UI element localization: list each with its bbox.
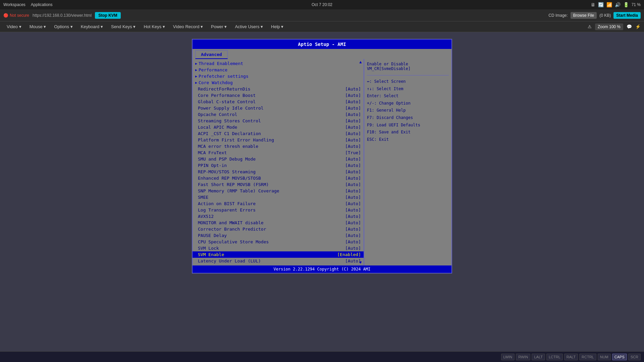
bios-item-platform-first[interactable]: Platform First Error Handling [Auto] [193, 137, 364, 143]
kbd-scr: SCR [628, 354, 641, 360]
kbd-rctrl: RCTRL [579, 354, 596, 360]
address-bar-right: CD Image: Browse File (0 KB) Start Media [548, 12, 641, 19]
bios-item-streaming-stores[interactable]: Streaming Stores Control [Auto] [193, 118, 364, 124]
menu-send-keys[interactable]: Send Keys ▾ [108, 23, 139, 31]
bios-left-panel: ▶ Thread Enablement ▶ Performance ▶ Pref… [193, 59, 364, 265]
bios-item-power-supply[interactable]: Power Supply Idle Control [Auto] [193, 105, 364, 111]
bios-section-thread[interactable]: ▶ Thread Enablement [193, 60, 364, 67]
browse-file-button[interactable]: Browse File [571, 12, 597, 19]
expand-arrow: ▶ [195, 62, 197, 65]
bios-item-svm-enable[interactable]: SVM Enable [Enabled] [193, 251, 364, 258]
kbd-ralt: RALT [564, 354, 578, 360]
scroll-indicator: ▲ ▼ [358, 59, 363, 265]
refresh-icon: 🔄 [598, 2, 604, 7]
power-icon[interactable]: ⚡ [635, 24, 641, 29]
section-thread-label: Thread Enablement [199, 61, 243, 66]
start-media-button[interactable]: Start Media [613, 12, 641, 19]
bios-section-watchdog[interactable]: ▶ Core Watchdog [193, 79, 364, 86]
kbd-num: NUM [598, 354, 611, 360]
menu-video[interactable]: Video ▾ [3, 23, 25, 31]
bios-item-acpi-cst[interactable]: ACPI _CST C1 Declaration [Auto] [193, 130, 364, 137]
menu-power[interactable]: Power ▾ [208, 23, 230, 31]
key-help-select-screen: ↔: Select Screen [367, 78, 449, 85]
warning-icon: ⚠ [588, 24, 592, 29]
menu-options[interactable]: Options ▾ [51, 23, 76, 31]
file-size: (0 KB) [599, 13, 611, 18]
key-help-f1: F1: General Help [367, 107, 449, 114]
kbd-lctrl: LCTRL [546, 354, 563, 360]
url-display[interactable]: https://192.168.0.130/viewer.html [33, 13, 92, 18]
zoom-button[interactable]: Zoom 100 % [595, 23, 623, 30]
bios-tab-advanced[interactable]: Advanced [195, 50, 228, 59]
bios-item-ppin[interactable]: PPIN Opt-in [Auto] [193, 162, 364, 169]
section-watchdog-label: Core Watchdog [199, 80, 233, 85]
bios-item-log-transparent[interactable]: Log Transparent Errors [Auto] [193, 207, 364, 213]
bios-section-prefetcher[interactable]: ▶ Prefetcher settings [193, 73, 364, 79]
bios-item-mca-thresh[interactable]: MCA error thresh enable [Auto] [193, 143, 364, 149]
bios-title: Aptio Setup - AMI [193, 40, 451, 49]
key-help-enter: Enter: Select [367, 93, 449, 100]
key-help-f7: F7: Discard Changes [367, 114, 449, 122]
key-help-select-item: ↑↓: Select Item [367, 85, 449, 93]
expand-arrow: ▶ [195, 81, 197, 84]
bios-item-redirect[interactable]: RedirectForReturnDis [Auto] [193, 86, 364, 92]
bios-item-global-cstate[interactable]: Global C-state Control [Auto] [193, 99, 364, 105]
system-bar-center: Oct 7 20:02 [312, 2, 332, 7]
bios-item-fast-short[interactable]: Fast Short REP MOVSB (FSRM) [Auto] [193, 181, 364, 188]
bios-body: ▶ Thread Enablement ▶ Performance ▶ Pref… [193, 59, 451, 265]
key-help-f10: F10: Save and Exit [367, 129, 449, 136]
bios-item-rep-mov[interactable]: REP-MOV/STOS Streaming [Auto] [193, 169, 364, 175]
monitor-icon: 🖥 [591, 2, 595, 7]
bios-section-performance[interactable]: ▶ Performance [193, 67, 364, 73]
datetime: Oct 7 20:02 [312, 2, 332, 7]
section-performance-label: Performance [199, 67, 227, 72]
key-help-esc: ESC: Exit [367, 136, 449, 143]
bios-item-cpb[interactable]: Core Performance Boost [Auto] [193, 92, 364, 99]
bios-footer: Version 2.22.1294 Copyright (C) 2024 AMI [193, 265, 451, 273]
kbd-caps: CAPS [612, 354, 627, 360]
kbd-lalt: LALT [532, 354, 545, 360]
cd-image-label: CD Image: [548, 13, 568, 18]
menu-help[interactable]: Help ▾ [268, 23, 287, 31]
section-prefetcher-label: Prefetcher settings [199, 74, 249, 79]
bios-item-latency-under-load[interactable]: Latency Under Load (LUL) [Auto] [193, 258, 364, 264]
address-bar: 🔴 Not secure https://192.168.0.130/viewe… [0, 9, 644, 21]
bios-item-smee[interactable]: SMEE [Auto] [193, 194, 364, 200]
expand-arrow: ▶ [195, 74, 197, 78]
applications-label[interactable]: Applications [31, 2, 53, 7]
scroll-up-arrow: ▲ [359, 60, 363, 64]
security-status: 🔴 Not secure [3, 13, 29, 18]
bios-tabs: Advanced [193, 49, 451, 59]
bios-item-snp-memory[interactable]: SNP Memory (RMP Table) Coverage [Auto] [193, 188, 364, 194]
bios-item-svm-lock[interactable]: SVM Lock [Auto] [193, 245, 364, 251]
menu-right: ⚠ Zoom 100 % 💬 ⚡ [588, 23, 641, 30]
bios-item-bist[interactable]: Action on BIST Failure [Auto] [193, 200, 364, 207]
taskbar: LWIN RWIN LALT LCTRL RALT RCTRL NUM CAPS… [0, 351, 644, 362]
menu-hot-keys[interactable]: Hot Keys ▾ [140, 23, 168, 31]
bios-item-monitor-mwait[interactable]: MONITOR and MWAIT disable [Auto] [193, 220, 364, 226]
bios-right-panel: Enable or Disable VM_CR[SvmeDisable] ↔: … [364, 59, 451, 265]
battery-icon: 🔋 [623, 2, 629, 7]
volume-icon: 🔊 [615, 2, 621, 7]
stop-kvm-button[interactable]: Stop KVM [95, 12, 121, 19]
expand-arrow: ▶ [195, 68, 197, 72]
menu-keyboard[interactable]: Keyboard ▾ [77, 23, 106, 31]
bios-item-mca-frutext[interactable]: MCA FruText [True] [193, 149, 364, 156]
bios-item-opcache[interactable]: Opcache Control [Auto] [193, 111, 364, 118]
bios-item-pause-delay[interactable]: PAUSE Delay [Auto] [193, 232, 364, 239]
bios-item-smu-psp[interactable]: SMU and PSP Debug Mode [Auto] [193, 156, 364, 162]
menu-mouse[interactable]: Mouse ▾ [26, 23, 50, 31]
bios-item-enhanced-rep[interactable]: Enhanced REP MOVSB/STOSB [Auto] [193, 175, 364, 181]
system-bar: Workspaces Applications Oct 7 20:02 🖥 🔄 … [0, 0, 644, 9]
key-help-f9: F9: Load UEFI Defaults [367, 122, 449, 129]
bios-item-local-apic[interactable]: Local APIC Mode [Auto] [193, 124, 364, 130]
bios-item-corrector-branch[interactable]: Corrector Branch Predictor [Auto] [193, 226, 364, 232]
chat-icon[interactable]: 💬 [627, 24, 632, 29]
menu-video-record[interactable]: Video Record ▾ [170, 23, 206, 31]
bios-window: Aptio Setup - AMI Advanced ▶ Thread Enab… [192, 39, 452, 274]
menu-active-users[interactable]: Active Users ▾ [231, 23, 266, 31]
workspaces-label[interactable]: Workspaces [3, 2, 25, 7]
scroll-down-arrow: ▼ [359, 260, 363, 265]
bios-item-avx512[interactable]: AVX512 [Auto] [193, 213, 364, 220]
bios-item-cpu-spec-store[interactable]: CPU Speculative Store Modes [Auto] [193, 239, 364, 245]
